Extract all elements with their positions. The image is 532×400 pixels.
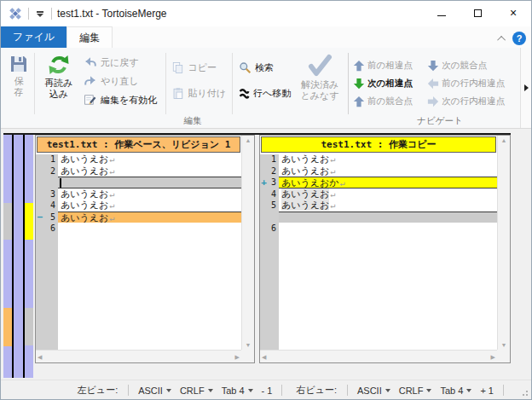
left-pane-content[interactable]: test1.txt : 作業ベース、リビジョン 1 1あいうえお↵2あいうえお↵… bbox=[36, 136, 241, 350]
code-line[interactable]: 1あいうえお↵ bbox=[36, 154, 241, 165]
code-line[interactable]: 6 bbox=[36, 223, 241, 235]
next-inline-difference-button[interactable]: 次の行内相違点 bbox=[425, 92, 519, 110]
prev-inline-difference-button[interactable]: 前の行内相違点 bbox=[425, 74, 519, 92]
code-line[interactable]: +3あいうえおか↵ bbox=[260, 177, 497, 188]
goto-line-button[interactable]: 行へ移動 bbox=[235, 84, 294, 102]
reload-icon bbox=[48, 54, 70, 76]
close-button[interactable]: × bbox=[495, 1, 531, 25]
tab-edit[interactable]: 編集 bbox=[66, 26, 113, 48]
chevron-down-icon[interactable] bbox=[208, 389, 213, 392]
left-view-status-label: 左ビュー: bbox=[78, 384, 119, 397]
right-view-status-field[interactable]: CRLF bbox=[399, 386, 432, 396]
line-number: 4 bbox=[268, 188, 279, 200]
paste-button[interactable]: 貼り付け bbox=[168, 84, 229, 102]
left-view-status-field[interactable]: - 1 bbox=[262, 386, 273, 396]
line-content[interactable]: あいうえおか↵ bbox=[279, 177, 497, 188]
scroll-left-icon[interactable]: ◀ bbox=[38, 354, 42, 360]
left-view-locator[interactable] bbox=[3, 135, 12, 378]
line-content[interactable] bbox=[279, 223, 497, 235]
locator-segment bbox=[3, 308, 12, 346]
scroll-up-icon[interactable]: ▲ bbox=[501, 137, 507, 143]
left-view-status-field[interactable]: Tab 4 bbox=[222, 386, 253, 396]
added-line-icon: + bbox=[260, 177, 268, 188]
scroll-right-icon[interactable]: ▶ bbox=[491, 354, 495, 360]
right-view-locator[interactable] bbox=[25, 135, 33, 378]
scroll-down-icon[interactable]: ▼ bbox=[501, 342, 507, 348]
code-line[interactable]: 2あいうえお↵ bbox=[260, 165, 497, 177]
enable-edit-button[interactable]: 編集を有効化 bbox=[80, 90, 163, 109]
locator-segment bbox=[25, 135, 33, 203]
left-vertical-scrollbar[interactable]: ▲ ▼ bbox=[241, 136, 254, 350]
line-content[interactable]: あいうえお↵ bbox=[58, 200, 241, 212]
ribbon-tab-row: ファイル 編集 ? bbox=[1, 26, 531, 48]
line-content[interactable] bbox=[58, 223, 241, 235]
ribbon-overflow-button[interactable] bbox=[520, 48, 531, 128]
right-vertical-scrollbar[interactable]: ▲ ▼ bbox=[497, 136, 510, 350]
tab-file[interactable]: ファイル bbox=[1, 26, 66, 48]
right-horizontal-scrollbar[interactable]: ◀ ▶ bbox=[260, 350, 497, 362]
maximize-button[interactable] bbox=[460, 1, 495, 25]
line-content[interactable]: あいうえお↵ bbox=[279, 200, 497, 212]
code-line[interactable]: 1あいうえお↵ bbox=[260, 154, 497, 165]
left-horizontal-scrollbar[interactable]: ◀ ▶ bbox=[36, 350, 241, 362]
minimize-button[interactable] bbox=[424, 1, 460, 25]
right-view-status-field[interactable]: + 1 bbox=[480, 386, 494, 396]
line-content[interactable]: あいうえお↵ bbox=[279, 165, 497, 177]
locator-bar[interactable] bbox=[3, 135, 33, 378]
chevron-down-icon[interactable] bbox=[166, 389, 171, 392]
prev-difference-button[interactable]: 前の相違点 bbox=[351, 56, 425, 74]
chevron-down-icon[interactable] bbox=[248, 389, 253, 392]
chevron-down-icon[interactable] bbox=[426, 389, 431, 392]
code-line[interactable]: 4あいうえお↵ bbox=[36, 200, 241, 212]
tortoisemerge-window: test1.txt - TortoiseMerge × ファイル 編集 ? 保存 bbox=[0, 0, 532, 400]
chevron-down-icon[interactable] bbox=[385, 389, 390, 392]
mark-resolved-button[interactable]: 解決済み とみなす bbox=[294, 51, 345, 104]
prev-conflict-button[interactable]: 前の競合点 bbox=[351, 92, 425, 110]
line-text: あいうえお bbox=[61, 154, 108, 165]
code-line[interactable] bbox=[260, 212, 497, 223]
collapse-ribbon-icon[interactable] bbox=[497, 35, 506, 43]
line-content[interactable]: あいうえお↵ bbox=[58, 165, 241, 177]
next-conflict-button[interactable]: 次の競合点 bbox=[425, 56, 519, 74]
line-content[interactable]: あいうえお↵ bbox=[58, 212, 241, 223]
search-button[interactable]: 検索 bbox=[235, 58, 294, 77]
scroll-left-icon[interactable]: ◀ bbox=[262, 354, 266, 360]
code-line[interactable]: 6 bbox=[260, 223, 497, 235]
save-button[interactable]: 保存 bbox=[6, 51, 32, 101]
line-content[interactable]: あいうえお↵ bbox=[279, 188, 497, 200]
line-gutter: 2 bbox=[36, 165, 58, 177]
line-content[interactable]: あいうえお↵ bbox=[58, 188, 241, 200]
resize-grip[interactable] bbox=[519, 387, 528, 396]
copy-button[interactable]: コピー bbox=[168, 58, 229, 77]
goto-line-icon bbox=[239, 87, 250, 100]
statusbar-separator bbox=[503, 385, 504, 396]
code-line[interactable]: 3あいうえお↵ bbox=[36, 188, 241, 200]
reload-button[interactable]: 再読み込み bbox=[38, 51, 80, 102]
right-view-status-field[interactable]: Tab 4 bbox=[440, 386, 471, 396]
code-line[interactable] bbox=[36, 177, 241, 188]
left-view-status-field[interactable]: ASCII bbox=[138, 386, 171, 396]
undo-button[interactable]: 元に戻す bbox=[80, 53, 163, 72]
help-button[interactable]: ? bbox=[512, 32, 526, 45]
code-line[interactable]: −5あいうえお↵ bbox=[36, 212, 241, 223]
line-content[interactable]: あいうえお↵ bbox=[58, 154, 241, 165]
line-content[interactable]: あいうえお↵ bbox=[279, 154, 497, 165]
scroll-right-icon[interactable]: ▶ bbox=[235, 354, 240, 360]
scroll-up-icon[interactable]: ▲ bbox=[246, 137, 252, 143]
right-view-status-field[interactable]: ASCII bbox=[357, 386, 390, 396]
newline-icon: ↵ bbox=[109, 189, 114, 199]
left-view-status-field[interactable]: CRLF bbox=[180, 386, 213, 396]
code-line[interactable]: 2あいうえお↵ bbox=[36, 165, 241, 177]
resolved-check-icon bbox=[307, 54, 332, 78]
line-content[interactable] bbox=[279, 212, 497, 223]
middle-locator[interactable] bbox=[14, 135, 22, 378]
scroll-down-icon[interactable]: ▼ bbox=[246, 342, 252, 348]
code-line[interactable]: 5あいうえお↵ bbox=[260, 200, 497, 212]
next-difference-button[interactable]: 次の相違点 bbox=[351, 74, 425, 92]
quick-access-dropdown-icon[interactable] bbox=[34, 11, 46, 17]
right-pane-content[interactable]: test1.txt : 作業コピー 1あいうえお↵2あいうえお↵+3あいうえおか… bbox=[260, 136, 497, 350]
line-content[interactable] bbox=[58, 177, 241, 188]
code-line[interactable]: 4あいうえお↵ bbox=[260, 188, 497, 200]
chevron-down-icon[interactable] bbox=[466, 389, 471, 392]
redo-button[interactable]: やり直し bbox=[80, 72, 163, 90]
